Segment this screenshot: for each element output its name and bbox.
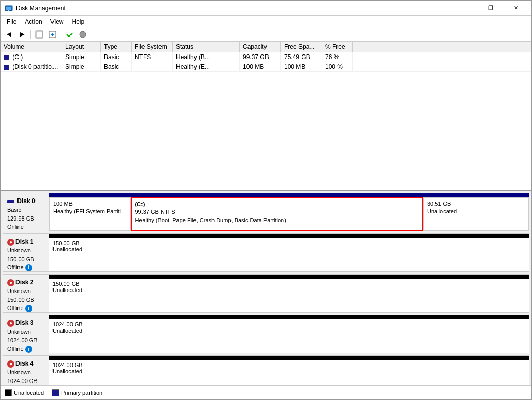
- disk-status-1: Offline i: [7, 263, 45, 272]
- partition-c-name: (C:): [135, 201, 419, 208]
- info-icon-1[interactable]: i: [25, 264, 32, 271]
- main-content: Volume Layout Type File System Status Ca…: [1, 42, 531, 399]
- main-window: Disk Management — ❐ ✕ File Action View H…: [0, 0, 532, 400]
- disk-row-4: ●Disk 4 Unknown 1024.00 GB Offline i 102…: [3, 355, 529, 385]
- disk-partitions-0: 100 MB Healthy (EFI System Partiti (C:) …: [49, 197, 529, 231]
- disk-size-3: 1024.00 GB: [7, 336, 45, 345]
- disk-row-1: ●Disk 1 Unknown 150.00 GB Offline i 150.…: [3, 233, 529, 272]
- info-icon-3[interactable]: i: [25, 346, 32, 353]
- disk-status-2: Offline i: [7, 304, 45, 313]
- disk-bar-area-4: 1024.00 GB Unallocated: [49, 356, 529, 385]
- disk-row-3: ●Disk 3 Unknown 1024.00 GB Offline i 102…: [3, 315, 529, 353]
- disk-bar-area-2: 150.00 GB Unallocated: [49, 275, 529, 312]
- disk-id-4: ●Disk 4: [7, 359, 45, 368]
- col-header-freepct[interactable]: % Free: [322, 42, 353, 52]
- maximize-button[interactable]: ❐: [479, 1, 503, 16]
- cell-volume-0: (C:): [1, 52, 62, 62]
- partition-efi-size: 100 MB: [53, 200, 127, 208]
- disk-label-1: ●Disk 1 Unknown 150.00 GB Offline i: [3, 234, 49, 271]
- toolbar: ◀ ▶: [1, 27, 531, 42]
- partition-unalloc-size-2: 150.00 GB: [52, 281, 526, 287]
- cell-capacity-0: 99.37 GB: [240, 52, 281, 62]
- cell-fs-1: [132, 62, 173, 71]
- partition-efi-0[interactable]: 100 MB Healthy (EFI System Partiti: [49, 197, 131, 231]
- partition-c-0[interactable]: (C:) 99.37 GB NTFS Healthy (Boot, Page F…: [131, 197, 423, 231]
- disk-type-4: Unknown: [7, 368, 45, 377]
- disk-partitions-3: 1024.00 GB Unallocated: [49, 319, 529, 353]
- legend-primary-box: [52, 389, 59, 396]
- disk-label-0: Disk 0 Basic 129.98 GB Online: [3, 193, 49, 231]
- cell-freespace-0: 75.49 GB: [281, 52, 322, 62]
- disk-top-bar-2: [49, 275, 529, 279]
- col-header-volume[interactable]: Volume: [1, 42, 62, 52]
- col-header-freespace[interactable]: Free Spa...: [281, 42, 322, 52]
- partition-unalloc-0[interactable]: 30.51 GB Unallocated: [423, 197, 529, 231]
- col-header-status[interactable]: Status: [173, 42, 240, 52]
- legend-item-primary: Primary partition: [52, 389, 102, 396]
- col-header-type[interactable]: Type: [101, 42, 132, 52]
- partition-unalloc-label-0: Unallocated: [427, 208, 525, 215]
- close-button[interactable]: ✕: [504, 1, 527, 16]
- toolbar-btn4[interactable]: [46, 29, 59, 40]
- table-row[interactable]: (C:) Simple Basic NTFS Healthy (B... 99.…: [1, 52, 531, 62]
- legend-primary-label: Primary partition: [61, 390, 102, 396]
- col-header-layout[interactable]: Layout: [62, 42, 101, 52]
- partition-unalloc-1[interactable]: 150.00 GB Unallocated: [49, 238, 529, 271]
- cell-freepct-0: 76 %: [322, 52, 353, 62]
- cell-fs-0: NTFS: [132, 52, 173, 62]
- legend-unallocated-label: Unallocated: [14, 390, 44, 396]
- cell-volume-1: (Disk 0 partition 1): [1, 62, 62, 71]
- col-header-capacity[interactable]: Capacity: [240, 42, 281, 52]
- toolbar-btn3[interactable]: [33, 29, 45, 40]
- toolbar-back[interactable]: ◀: [3, 29, 15, 40]
- partition-unalloc-size-0: 30.51 GB: [427, 200, 525, 208]
- partition-unalloc-size-3: 1024.00 GB: [52, 321, 526, 328]
- menu-file[interactable]: File: [3, 17, 21, 26]
- disk-id-1: ●Disk 1: [7, 237, 45, 246]
- partition-c-fs: 99.37 GB NTFS: [135, 208, 419, 216]
- table-header: Volume Layout Type File System Status Ca…: [1, 42, 531, 52]
- disk-top-bar-0: [49, 193, 529, 197]
- partition-efi-label: Healthy (EFI System Partiti: [53, 208, 127, 215]
- disk-type-2: Unknown: [7, 287, 45, 296]
- toolbar-btn5[interactable]: [63, 29, 76, 40]
- toolbar-separator-2: [61, 30, 61, 39]
- app-icon: [5, 4, 13, 12]
- col-header-filesystem[interactable]: File System: [132, 42, 173, 52]
- disk-id-3: ●Disk 3: [7, 318, 45, 328]
- cell-status-0: Healthy (B...: [173, 52, 240, 62]
- partition-unalloc-label-2: Unallocated: [52, 287, 526, 293]
- partition-unalloc-label-3: Unallocated: [52, 328, 526, 334]
- disk-bar-area-1: 150.00 GB Unallocated: [49, 234, 529, 271]
- toolbar-btn6[interactable]: [77, 29, 89, 40]
- disk-id-0: Disk 0: [7, 196, 45, 206]
- toolbar-forward[interactable]: ▶: [16, 29, 28, 40]
- cell-status-1: Healthy (E...: [173, 62, 240, 71]
- offline-icon-1: ●: [7, 239, 14, 246]
- disk-partitions-2: 150.00 GB Unallocated: [49, 279, 529, 312]
- cell-freespace-1: 100 MB: [281, 62, 322, 71]
- cell-layout-1: Simple: [62, 62, 101, 71]
- partition-unalloc-3[interactable]: 1024.00 GB Unallocated: [49, 319, 529, 353]
- legend-bar: Unallocated Primary partition: [1, 385, 531, 399]
- menu-help[interactable]: Help: [68, 17, 89, 26]
- partition-unalloc-label-4: Unallocated: [52, 368, 526, 374]
- partition-unalloc-4[interactable]: 1024.00 GB Unallocated: [49, 360, 529, 385]
- partition-c-label: Healthy (Boot, Page File, Crash Dump, Ba…: [135, 216, 419, 224]
- cell-type-0: Basic: [101, 52, 132, 62]
- minimize-button[interactable]: —: [454, 1, 478, 16]
- disk-size-0: 129.98 GB: [7, 214, 45, 223]
- menu-action[interactable]: Action: [21, 17, 46, 26]
- disk-top-bar-4: [49, 356, 529, 360]
- svg-rect-4: [37, 32, 42, 37]
- menu-view[interactable]: View: [46, 17, 68, 26]
- svg-point-5: [80, 31, 86, 38]
- info-icon-2[interactable]: i: [25, 305, 32, 312]
- top-panel: Volume Layout Type File System Status Ca…: [1, 42, 531, 191]
- svg-rect-1: [6, 7, 11, 10]
- table-row[interactable]: (Disk 0 partition 1) Simple Basic Health…: [1, 62, 531, 72]
- disk-bar-area-0: 100 MB Healthy (EFI System Partiti (C:) …: [49, 193, 529, 231]
- partition-unalloc-size-4: 1024.00 GB: [52, 362, 526, 368]
- partition-unalloc-2[interactable]: 150.00 GB Unallocated: [49, 279, 529, 312]
- disk-size-4: 1024.00 GB: [7, 377, 45, 386]
